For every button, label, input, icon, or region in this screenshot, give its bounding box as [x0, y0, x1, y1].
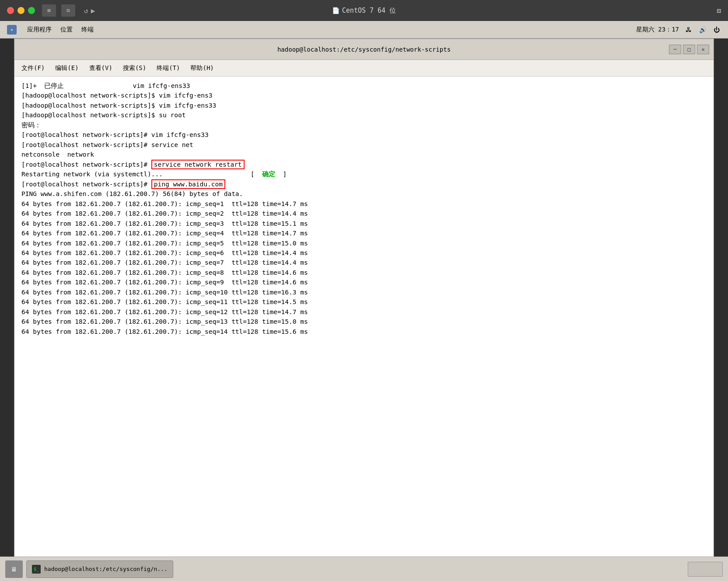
- tmenu-search[interactable]: 搜索(S): [123, 64, 146, 72]
- terminal-line: 64 bytes from 182.61.200.7 (182.61.200.7…: [21, 209, 707, 218]
- terminal-line: [hadoop@localhost network-scripts]$ vim …: [21, 91, 707, 100]
- taskbar-desktop-icon[interactable]: 🖥: [5, 560, 23, 578]
- menu-apps[interactable]: 应用程序: [27, 26, 52, 34]
- tmenu-help[interactable]: 帮助(H): [190, 64, 214, 72]
- system-clock-area: 星期六 23：17 🖧 🔊 ⏻: [636, 25, 721, 34]
- terminal-line: PING www.a.shifen.com (182.61.200.7) 56(…: [21, 189, 707, 199]
- confirm-ok-text: 确定: [262, 171, 275, 178]
- terminal-line: 64 bytes from 182.61.200.7 (182.61.200.7…: [21, 238, 707, 248]
- terminal-window: hadoop@localhost:/etc/sysconfig/network-…: [14, 38, 714, 557]
- terminal-line: 64 bytes from 182.61.200.7 (182.61.200.7…: [21, 297, 707, 307]
- terminal-line: 64 bytes from 182.61.200.7 (182.61.200.7…: [21, 307, 707, 317]
- system-title: 📄 CentOS 7 64 位: [332, 7, 396, 15]
- terminal-line: Restarting network (via systemctl)... [ …: [21, 169, 707, 179]
- ping-baidu-highlight: ping www.baidu.com: [151, 179, 225, 189]
- terminal-titlebar: hadoop@localhost:/etc/sysconfig/network-…: [14, 39, 714, 60]
- power-icon[interactable]: ⏻: [712, 25, 721, 34]
- terminal-line: 64 bytes from 182.61.200.7 (182.61.200.7…: [21, 248, 707, 258]
- tmenu-view[interactable]: 查看(V): [89, 64, 112, 72]
- taskbar-app-label: hadoop@localhost:/etc/sysconfig/n...: [44, 566, 168, 572]
- minimize-dot[interactable]: [18, 7, 24, 14]
- traffic-lights: [7, 7, 35, 14]
- nav-arrows: ↺ ▶: [84, 7, 95, 15]
- window-controls: ⊞ ⊡: [42, 4, 75, 17]
- screen-icon[interactable]: ⊡: [61, 4, 75, 17]
- forward-icon[interactable]: ▶: [91, 7, 95, 15]
- terminal-line: [hadoop@localhost network-scripts]$ vim …: [21, 101, 707, 110]
- maximize-dot[interactable]: [28, 7, 35, 14]
- tmenu-terminal[interactable]: 终端(T): [157, 64, 180, 72]
- clock-time: 星期六 23：17: [636, 26, 679, 34]
- terminal-close-button[interactable]: ✕: [697, 45, 709, 54]
- terminal-line: 64 bytes from 182.61.200.7 (182.61.200.7…: [21, 287, 707, 297]
- grid-icon[interactable]: ⊞: [42, 4, 56, 17]
- terminal-line: 64 bytes from 182.61.200.7 (182.61.200.7…: [21, 268, 707, 277]
- terminal-line: [root@localhost network-scripts]# servic…: [21, 140, 707, 150]
- taskbar: 🖥 $_ hadoop@localhost:/etc/sysconfig/n..…: [0, 556, 728, 581]
- terminal-menubar: 文件(F) 编辑(E) 查看(V) 搜索(S) 终端(T) 帮助(H): [14, 60, 714, 77]
- menu-terminal[interactable]: 终端: [81, 26, 94, 34]
- terminal-restore-button[interactable]: □: [683, 45, 695, 54]
- tmenu-file[interactable]: 文件(F): [21, 64, 45, 72]
- terminal-line: 64 bytes from 182.61.200.7 (182.61.200.7…: [21, 258, 707, 267]
- taskbar-right-area: [688, 562, 723, 577]
- terminal-line: 64 bytes from 182.61.200.7 (182.61.200.7…: [21, 228, 707, 238]
- terminal-win-buttons: ─ □ ✕: [669, 45, 709, 54]
- terminal-line: 64 bytes from 182.61.200.7 (182.61.200.7…: [21, 277, 707, 287]
- terminal-line: [hadoop@localhost network-scripts]$ su r…: [21, 110, 707, 120]
- taskbar-terminal-icon: $_: [32, 565, 41, 574]
- terminal-content[interactable]: [1]+ 已停止 vim ifcfg-ens33[hadoop@localhos…: [14, 77, 714, 556]
- volume-icon[interactable]: 🔊: [698, 25, 707, 34]
- tmenu-edit[interactable]: 编辑(E): [55, 64, 78, 72]
- terminal-line: [root@localhost network-scripts]# vim if…: [21, 130, 707, 140]
- terminal-line: [root@localhost network-scripts]# servic…: [21, 160, 707, 169]
- terminal-line: 64 bytes from 182.61.200.7 (182.61.200.7…: [21, 327, 707, 336]
- menu-bar: ✦ 应用程序 位置 终端 星期六 23：17 🖧 🔊 ⏻: [0, 21, 728, 38]
- menu-left: ✦ 应用程序 位置 终端: [7, 25, 94, 35]
- taskbar-app-item[interactable]: $_ hadoop@localhost:/etc/sysconfig/n...: [26, 560, 173, 578]
- service-network-restart-highlight: service network restart: [151, 160, 245, 169]
- terminal-title: hadoop@localhost:/etc/sysconfig/network-…: [277, 46, 451, 53]
- terminal-line: 64 bytes from 182.61.200.7 (182.61.200.7…: [21, 199, 707, 209]
- terminal-line: 64 bytes from 182.61.200.7 (182.61.200.7…: [21, 317, 707, 326]
- terminal-line: [1]+ 已停止 vim ifcfg-ens33: [21, 81, 707, 91]
- system-tray: ⊡: [717, 7, 721, 15]
- maximize-icon[interactable]: ⊡: [717, 7, 721, 15]
- terminal-minimize-button[interactable]: ─: [669, 45, 681, 54]
- network-icon[interactable]: 🖧: [684, 25, 693, 34]
- terminal-line: [root@localhost network-scripts]# ping w…: [21, 179, 707, 189]
- menu-location[interactable]: 位置: [60, 26, 73, 34]
- terminal-line: 密码：: [21, 120, 707, 130]
- close-dot[interactable]: [7, 7, 14, 14]
- back-icon[interactable]: ↺: [84, 7, 88, 15]
- terminal-line: 64 bytes from 182.61.200.7 (182.61.200.7…: [21, 219, 707, 228]
- terminal-line: netconsole network: [21, 150, 707, 159]
- app-icon: ✦: [7, 25, 17, 35]
- system-bar: ⊞ ⊡ ↺ ▶ 📄 CentOS 7 64 位 ⊡: [0, 0, 728, 21]
